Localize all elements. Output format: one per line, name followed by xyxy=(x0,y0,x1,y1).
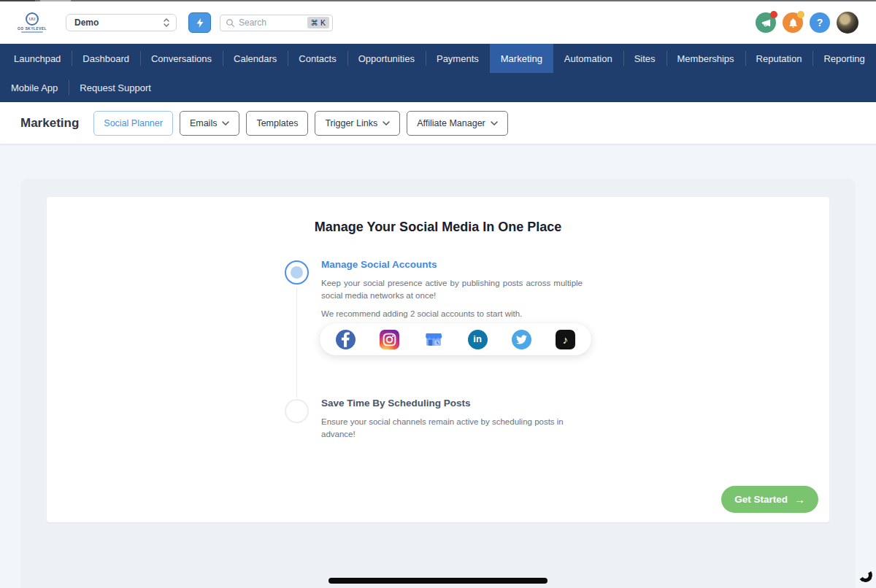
search-icon xyxy=(226,18,235,28)
step2-indicator xyxy=(285,399,309,423)
nav-item-request-support[interactable]: Request Support xyxy=(69,73,162,102)
nav-item-launchpad[interactable]: Launchpad xyxy=(3,44,72,73)
onboarding-card: Manage Your Social Media In One Place Ma… xyxy=(47,197,829,522)
chevron-down-icon xyxy=(383,121,390,125)
logo-emblem-icon: UU xyxy=(26,12,39,26)
step2-title: Save Time By Scheduling Posts xyxy=(321,398,581,409)
step-connector-line xyxy=(296,287,297,398)
tab-affiliate-manager[interactable]: Affiliate Manager xyxy=(407,111,508,136)
page-title: Marketing xyxy=(20,116,79,131)
tab-emails[interactable]: Emails xyxy=(180,111,240,136)
notifications-button[interactable] xyxy=(783,12,803,33)
user-avatar[interactable] xyxy=(837,12,858,34)
nav-item-automation[interactable]: Automation xyxy=(553,44,623,73)
tab-label: Social Planner xyxy=(104,118,163,128)
search-input[interactable] xyxy=(239,18,304,28)
global-search[interactable]: ⌘ K xyxy=(220,15,333,31)
nav-item-dashboard[interactable]: Dashboard xyxy=(72,44,140,73)
location-select-value: Demo xyxy=(74,18,163,28)
announcements-notification-dot xyxy=(770,11,777,18)
get-started-label: Get Started xyxy=(734,494,788,505)
megaphone-icon xyxy=(761,18,772,28)
tiktok-icon: ♪ xyxy=(556,330,575,349)
step1-title: Manage Social Accounts xyxy=(321,259,583,270)
step1-active-dot xyxy=(291,266,303,279)
tab-social-planner[interactable]: Social Planner xyxy=(93,111,173,136)
tab-trigger-links[interactable]: Trigger Links xyxy=(315,111,400,136)
search-shortcut-badge: ⌘ K xyxy=(307,17,329,28)
question-mark-icon: ? xyxy=(817,17,823,28)
nav-item-contacts[interactable]: Contacts xyxy=(288,44,347,73)
bell-icon xyxy=(788,18,799,28)
step1-note: We recommend adding 2 social accounts to… xyxy=(321,309,583,318)
help-button[interactable]: ? xyxy=(810,12,830,33)
nav-row-secondary: Mobile App Request Support xyxy=(0,73,876,102)
step1-content: Manage Social Accounts Keep your social … xyxy=(321,259,583,318)
chevron-down-icon xyxy=(222,121,229,125)
nav-item-conversations[interactable]: Conversations xyxy=(140,44,223,73)
tab-label: Affiliate Manager xyxy=(417,118,485,128)
onboarding-title: Manage Your Social Media In One Place xyxy=(47,220,829,235)
nav-item-reporting[interactable]: Reporting xyxy=(812,44,875,73)
home-indicator-bar xyxy=(328,578,548,584)
select-chevrons-icon xyxy=(163,18,170,28)
main-navigation: Launchpad Dashboard Conversations Calend… xyxy=(0,44,876,102)
facebook-icon xyxy=(336,330,356,349)
google-my-business-icon xyxy=(423,330,443,349)
lightning-bolt-icon xyxy=(196,18,204,28)
nav-item-reputation[interactable]: Reputation xyxy=(745,44,813,73)
nav-item-payments[interactable]: Payments xyxy=(426,44,490,73)
step2-content: Save Time By Scheduling Posts Ensure you… xyxy=(321,398,581,448)
announcements-button[interactable] xyxy=(756,12,776,33)
logo-tagline xyxy=(21,31,43,33)
tab-label: Emails xyxy=(190,118,218,128)
quick-actions-button[interactable] xyxy=(188,12,211,33)
go-skylevel-logo: UU GO SKYLEVEL xyxy=(16,12,48,33)
linkedin-icon: in xyxy=(468,330,488,349)
nav-item-sites[interactable]: Sites xyxy=(623,44,666,73)
nav-item-memberships[interactable]: Memberships xyxy=(666,44,745,73)
tiktok-glyph: ♪ xyxy=(563,333,569,346)
notifications-dot xyxy=(797,11,804,18)
step1-indicator xyxy=(285,260,309,285)
nav-row-primary: Launchpad Dashboard Conversations Calend… xyxy=(0,44,876,73)
get-started-button[interactable]: Get Started → xyxy=(721,486,818,513)
top-bar: UU GO SKYLEVEL Demo ⌘ K xyxy=(0,1,876,44)
linkedin-glyph: in xyxy=(473,333,482,344)
marketing-toolbar: Marketing Social Planner Emails Template… xyxy=(0,102,876,144)
tab-label: Trigger Links xyxy=(325,118,377,128)
chevron-down-icon xyxy=(491,121,498,125)
step2-description: Ensure your social channels remain activ… xyxy=(321,416,581,441)
app-screen: UU GO SKYLEVEL Demo ⌘ K xyxy=(0,0,876,588)
instagram-icon xyxy=(380,330,399,349)
tab-label: Templates xyxy=(256,118,298,128)
nav-item-marketing[interactable]: Marketing xyxy=(490,44,553,73)
twitter-icon xyxy=(512,330,531,349)
location-select[interactable]: Demo xyxy=(66,14,177,31)
nav-item-opportunities[interactable]: Opportunities xyxy=(347,44,426,73)
nav-item-calendars[interactable]: Calendars xyxy=(223,44,288,73)
social-networks-strip: in ♪ xyxy=(320,323,591,355)
step1-description: Keep your social presence active by publ… xyxy=(321,277,583,303)
arrow-right-icon: → xyxy=(794,493,805,506)
top-bar-actions: ? xyxy=(756,12,858,34)
tab-templates[interactable]: Templates xyxy=(246,111,308,136)
nav-item-mobile-app[interactable]: Mobile App xyxy=(0,73,69,102)
logo-brand-text: GO SKYLEVEL xyxy=(18,26,47,31)
